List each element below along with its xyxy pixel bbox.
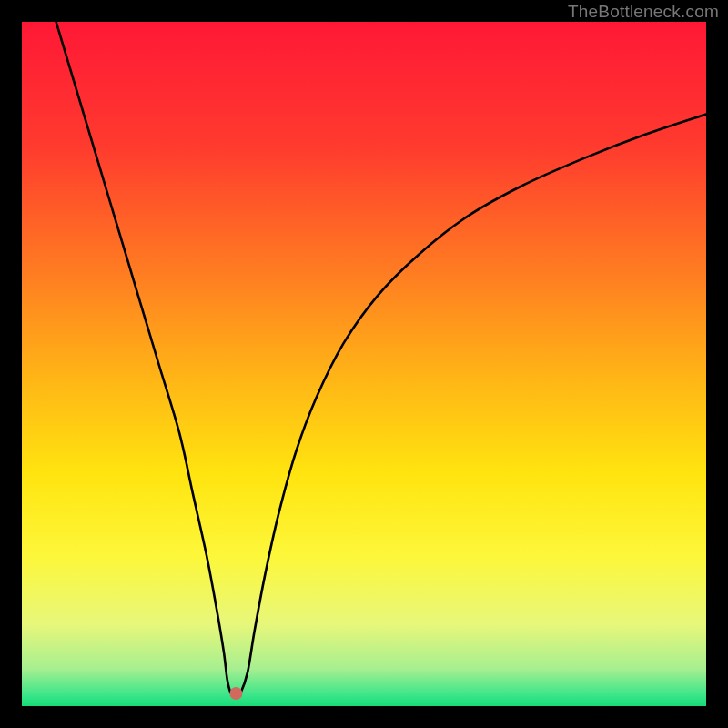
optimal-point-marker [229, 687, 242, 700]
chart-svg [22, 22, 706, 706]
watermark-text: TheBottleneck.com [568, 2, 719, 22]
chart-frame: TheBottleneck.com [0, 0, 728, 728]
gradient-background [22, 22, 706, 706]
plot-area [22, 22, 706, 706]
